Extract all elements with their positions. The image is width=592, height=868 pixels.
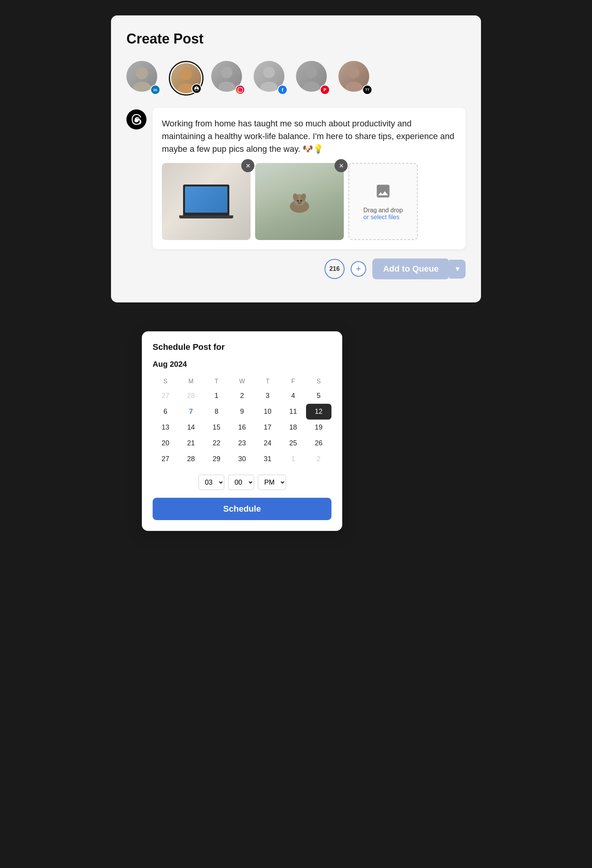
svg-point-16 xyxy=(297,200,299,202)
minute-select[interactable]: 00153045 xyxy=(228,475,254,490)
calendar-overlay: Schedule Post for Aug 2024 S M T W T F S… xyxy=(142,331,342,531)
calendar-day[interactable]: 1 xyxy=(204,388,229,404)
calendar-body: 2728123456789101112131415161718192021222… xyxy=(153,388,331,467)
calendar-day[interactable]: 24 xyxy=(255,435,280,451)
calendar-day[interactable]: 27 xyxy=(153,451,178,467)
svg-point-17 xyxy=(300,200,302,202)
calendar-day[interactable]: 19 xyxy=(306,420,331,435)
drop-text: Drag and drop or select files xyxy=(363,207,403,221)
svg-point-6 xyxy=(263,67,275,78)
bottom-toolbar: 216 + Add to Queue ▼ xyxy=(126,259,466,279)
calendar-day[interactable]: 9 xyxy=(229,404,255,420)
calendar-day[interactable]: 31 xyxy=(255,451,280,467)
calendar-week-row: 13141516171819 xyxy=(153,420,331,435)
facebook-badge: f xyxy=(278,85,288,95)
drop-zone[interactable]: Drag and drop or select files xyxy=(348,163,418,240)
calendar-day[interactable]: 13 xyxy=(153,420,178,435)
calendar-day[interactable]: 2 xyxy=(306,451,331,467)
image-thumb-laptop: ✕ xyxy=(162,163,251,240)
calendar-day[interactable]: 17 xyxy=(255,420,280,435)
char-count-badge: 216 xyxy=(325,259,345,279)
calendar-title: Schedule Post for xyxy=(153,342,331,352)
calendar-day[interactable]: 3 xyxy=(255,388,280,404)
remove-laptop-button[interactable]: ✕ xyxy=(241,159,254,172)
calendar-day[interactable]: 28 xyxy=(178,451,204,467)
time-row: 01020304 05060708 09101112 00153045 AMPM xyxy=(153,475,331,490)
instagram-icon xyxy=(238,87,243,92)
svg-point-11 xyxy=(345,82,362,92)
calendar-week-row: 6789101112 xyxy=(153,404,331,420)
svg-point-5 xyxy=(218,82,235,92)
profile-instagram[interactable] xyxy=(211,61,246,96)
day-header-t1: T xyxy=(204,375,229,388)
svg-point-7 xyxy=(261,82,278,92)
calendar-day[interactable]: 8 xyxy=(204,404,229,420)
laptop-screen xyxy=(185,186,227,213)
queue-dropdown-button[interactable]: ▼ xyxy=(449,260,466,279)
calendar-day[interactable]: 20 xyxy=(153,435,178,451)
calendar-day[interactable]: 18 xyxy=(280,420,306,435)
calendar-day[interactable]: 7 xyxy=(178,404,204,420)
calendar-header: S M T W T F S xyxy=(153,375,331,388)
page-title: Create Post xyxy=(126,31,466,47)
calendar-week-row: 272812345 xyxy=(153,388,331,404)
image-placeholder-icon xyxy=(375,183,392,200)
laptop-group xyxy=(179,185,233,218)
calendar-day[interactable]: 1 xyxy=(280,451,306,467)
post-text[interactable]: Working from home has taught me so much … xyxy=(162,117,456,155)
hour-select[interactable]: 01020304 05060708 09101112 xyxy=(198,475,224,490)
calendar-day[interactable]: 2 xyxy=(229,388,255,404)
calendar-grid: S M T W T F S 27281234567891011121314151… xyxy=(153,375,331,467)
add-to-queue-button[interactable]: Add to Queue xyxy=(372,259,449,279)
linkedin-badge: in xyxy=(150,85,160,95)
image-laptop xyxy=(162,163,251,240)
profile-pinterest[interactable]: P xyxy=(296,61,331,96)
pinterest-badge: P xyxy=(320,85,330,95)
calendar-day[interactable]: 26 xyxy=(306,435,331,451)
laptop-visual xyxy=(162,163,251,240)
remove-dog-button[interactable]: ✕ xyxy=(335,159,348,172)
profile-threads[interactable] xyxy=(169,61,204,96)
calendar-day[interactable]: 27 xyxy=(153,388,178,404)
calendar-day[interactable]: 25 xyxy=(280,435,306,451)
calendar-day[interactable]: 11 xyxy=(280,404,306,420)
calendar-month-year: Aug 2024 xyxy=(153,360,331,369)
calendar-day[interactable]: 23 xyxy=(229,435,255,451)
calendar-day[interactable]: 10 xyxy=(255,404,280,420)
post-content: Working from home has taught me so much … xyxy=(153,108,466,249)
calendar-day[interactable]: 28 xyxy=(178,388,204,404)
add-to-queue-label: Add to Queue xyxy=(383,264,439,274)
svg-point-1 xyxy=(133,82,151,92)
calendar-week-row: 20212223242526 xyxy=(153,435,331,451)
calendar-day[interactable]: 6 xyxy=(153,404,178,420)
calendar-day[interactable]: 21 xyxy=(178,435,204,451)
calendar-day[interactable]: 5 xyxy=(306,388,331,404)
add-platform-button[interactable]: + xyxy=(351,261,366,277)
threads-badge xyxy=(192,84,202,94)
calendar-day[interactable]: 29 xyxy=(204,451,229,467)
calendar-day[interactable]: 30 xyxy=(229,451,255,467)
compose-area: Working from home has taught me so much … xyxy=(126,108,466,249)
calendar-header-row: S M T W T F S xyxy=(153,375,331,388)
tiktok-badge: TT xyxy=(362,85,372,95)
dog-svg xyxy=(280,182,319,221)
calendar-day[interactable]: 15 xyxy=(204,420,229,435)
image-dog xyxy=(255,163,344,240)
instagram-badge xyxy=(235,85,245,95)
image-thumb-dog: ✕ xyxy=(255,163,344,240)
calendar-day[interactable]: 4 xyxy=(280,388,306,404)
calendar-day[interactable]: 16 xyxy=(229,420,255,435)
day-header-f: F xyxy=(280,375,306,388)
queue-button-group: Add to Queue ▼ xyxy=(372,259,466,279)
profile-linkedin[interactable]: in xyxy=(126,61,161,96)
calendar-day[interactable]: 12 xyxy=(306,404,331,420)
calendar-day[interactable]: 14 xyxy=(178,420,204,435)
profile-tiktok[interactable]: TT xyxy=(338,61,373,96)
plus-icon: + xyxy=(356,264,361,274)
period-select[interactable]: AMPM xyxy=(258,475,286,490)
schedule-button[interactable]: Schedule xyxy=(153,498,331,520)
drop-zone-icon xyxy=(375,183,392,203)
svg-point-4 xyxy=(221,67,232,78)
calendar-day[interactable]: 22 xyxy=(204,435,229,451)
profile-facebook[interactable]: f xyxy=(254,61,288,96)
